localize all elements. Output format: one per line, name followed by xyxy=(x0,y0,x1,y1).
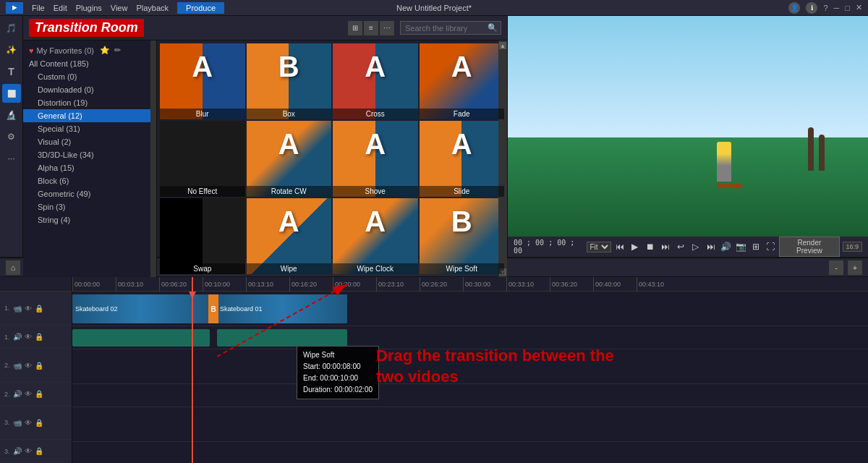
close-icon[interactable]: ✕ xyxy=(856,3,862,12)
transition-indicator[interactable]: B xyxy=(208,294,218,323)
aspect-ratio-badge: 16:9 xyxy=(843,242,863,252)
cross-label: Cross xyxy=(333,109,418,119)
nav-favorites[interactable]: ♥ My Favorites (0) ⭐ ✏ xyxy=(23,43,156,57)
transition-swap[interactable]: Swap xyxy=(160,198,245,274)
sidebar-effects-icon[interactable]: ✨ xyxy=(2,41,21,59)
nav-string[interactable]: String (4) xyxy=(23,213,156,226)
timeline-zoom-out-btn[interactable]: - xyxy=(829,260,843,275)
transition-blur[interactable]: A Blur xyxy=(160,43,245,119)
minimize-icon[interactable]: ─ xyxy=(834,4,840,12)
transition-cross[interactable]: A Cross xyxy=(333,43,418,119)
nav-alpha[interactable]: Alpha (15) xyxy=(23,161,156,174)
step-frame-btn[interactable]: ▷ xyxy=(689,240,702,253)
transition-wipesoft[interactable]: B Wipe Soft xyxy=(420,198,505,274)
v1-video-icon: 📹 xyxy=(13,305,22,313)
a2-lock-icon[interactable]: 🔒 xyxy=(35,390,43,398)
a3-lock-icon[interactable]: 🔒 xyxy=(35,447,43,455)
help-icon[interactable]: ? xyxy=(823,4,827,12)
end-btn[interactable]: ⏭ xyxy=(705,240,717,253)
transition-box[interactable]: B Box xyxy=(247,43,332,119)
grid-view-btn[interactable]: ⊞ xyxy=(348,21,362,35)
transition-fade[interactable]: A Fade xyxy=(420,43,505,119)
menu-file[interactable]: File xyxy=(32,4,45,12)
nav-all-content[interactable]: All Content (185) xyxy=(23,57,156,70)
user-icon[interactable]: 👤 xyxy=(788,2,800,14)
clip-skateboard02[interactable]: Skateboard 02 xyxy=(72,294,210,323)
sidebar-filter-icon[interactable]: 🔬 xyxy=(2,106,21,124)
transition-wipe[interactable]: A Wipe xyxy=(247,198,332,274)
transition-rotatecw[interactable]: A Rotate CW xyxy=(247,121,332,197)
nav-general[interactable]: General (12) xyxy=(23,109,156,122)
snapshot-btn[interactable]: 📷 xyxy=(735,240,747,253)
list-view-btn[interactable]: ≡ xyxy=(364,21,378,35)
split-view-btn[interactable]: ⊞ xyxy=(749,240,762,253)
nav-custom[interactable]: Custom (0) xyxy=(23,70,156,83)
search-input[interactable] xyxy=(405,24,485,33)
nav-downloaded[interactable]: Downloaded (0) xyxy=(23,83,156,96)
transition-wipeclock[interactable]: A Wipe Clock xyxy=(333,198,418,274)
a1-lock-icon[interactable]: 🔒 xyxy=(35,333,43,341)
transition-shove[interactable]: A Shove xyxy=(333,121,418,197)
step-fwd-btn[interactable]: ⏭ xyxy=(659,240,671,253)
menu-edit[interactable]: Edit xyxy=(54,4,67,12)
transition-slide[interactable]: A Slide xyxy=(420,121,505,197)
v2-eye-icon[interactable]: 👁 xyxy=(25,362,32,370)
timeline-area: ⌂ ⊞ ↩ ↪ - + 1. 📹 👁 🔒 1. 🔊 👁 🔒 xyxy=(0,257,868,463)
a1-eye-icon[interactable]: 👁 xyxy=(25,333,32,341)
v1-lock-icon[interactable]: 🔒 xyxy=(35,305,43,313)
audio-clip-1[interactable] xyxy=(72,329,210,347)
nav-3d3dlike[interactable]: 3D/3D-Like (34) xyxy=(23,148,156,161)
sidebar-transition-icon[interactable]: ⬜ xyxy=(2,84,21,103)
sidebar-text-icon[interactable]: T xyxy=(2,62,21,81)
nav-distortion[interactable]: Distortion (19) xyxy=(23,96,156,109)
fullscreen-btn[interactable]: ⛶ xyxy=(765,240,777,253)
scroll-up-btn[interactable]: ▲ xyxy=(499,42,506,49)
timeline-zoom-in-btn[interactable]: + xyxy=(848,260,862,275)
nav-visual[interactable]: Visual (2) xyxy=(23,135,156,148)
maximize-icon[interactable]: □ xyxy=(845,4,850,12)
slide-letter: A xyxy=(451,128,472,161)
noeffect-label: No Effect xyxy=(160,186,245,197)
options-btn[interactable]: ⋯ xyxy=(380,21,394,35)
menu-plugins[interactable]: Plugins xyxy=(76,4,102,12)
menu-playback[interactable]: Playback xyxy=(136,4,169,12)
ruler-mark-10: 00:33:10 xyxy=(506,277,550,292)
v2-lock-icon[interactable]: 🔒 xyxy=(35,362,43,370)
audio-clip-2[interactable] xyxy=(217,329,347,347)
fit-dropdown[interactable]: Fit xyxy=(587,242,611,252)
v3-lock-icon[interactable]: 🔒 xyxy=(35,419,43,427)
timeline-home-btn[interactable]: ⌂ xyxy=(6,260,20,275)
loop-btn[interactable]: ↩ xyxy=(674,240,686,253)
render-preview-button[interactable]: Render Preview xyxy=(779,237,839,257)
a3-eye-icon[interactable]: 👁 xyxy=(25,447,32,455)
play-btn[interactable]: ▶ xyxy=(629,240,641,253)
sidebar-media-icon[interactable]: 🎵 xyxy=(2,19,21,38)
rotatecw-label: Rotate CW xyxy=(247,186,332,197)
sidebar-more-icon[interactable]: ··· xyxy=(2,149,21,168)
a2-audio-icon: 🔊 xyxy=(13,390,22,398)
search-icon: 🔍 xyxy=(488,23,498,33)
track-label-v2: 2. 📹 👁 🔒 xyxy=(0,349,72,383)
v3-eye-icon[interactable]: 👁 xyxy=(25,419,32,427)
clip1-label: Skateboard 02 xyxy=(75,305,118,313)
transition-letter: B xyxy=(210,305,216,313)
nav-spin[interactable]: Spin (3) xyxy=(23,200,156,213)
ruler-mark-8: 00:26:20 xyxy=(420,277,463,292)
volume-icon[interactable]: 🔊 xyxy=(720,240,732,253)
nav-geometric[interactable]: Geometric (49) xyxy=(23,187,156,200)
a2-eye-icon[interactable]: 👁 xyxy=(25,390,32,398)
sidebar-mix-icon[interactable]: ⚙ xyxy=(2,127,21,146)
transition-noeffect[interactable]: No Effect xyxy=(160,121,245,197)
play-back-btn[interactable]: ⏮ xyxy=(614,240,626,253)
menu-view[interactable]: View xyxy=(111,4,128,12)
stop-btn[interactable]: ⏹ xyxy=(644,240,656,253)
v1-eye-icon[interactable]: 👁 xyxy=(25,305,32,313)
grid-scrollbar[interactable]: ▲ ▼ xyxy=(498,41,507,277)
info-icon[interactable]: ℹ xyxy=(806,2,817,14)
nav-special[interactable]: Special (31) xyxy=(23,122,156,135)
a1-number: 1. xyxy=(4,334,10,341)
produce-button[interactable]: Produce xyxy=(177,2,224,14)
nav-block[interactable]: Block (6) xyxy=(23,174,156,187)
nav-scroll[interactable] xyxy=(150,41,156,277)
clip-skateboard01[interactable]: Skateboard 01 xyxy=(217,294,347,323)
